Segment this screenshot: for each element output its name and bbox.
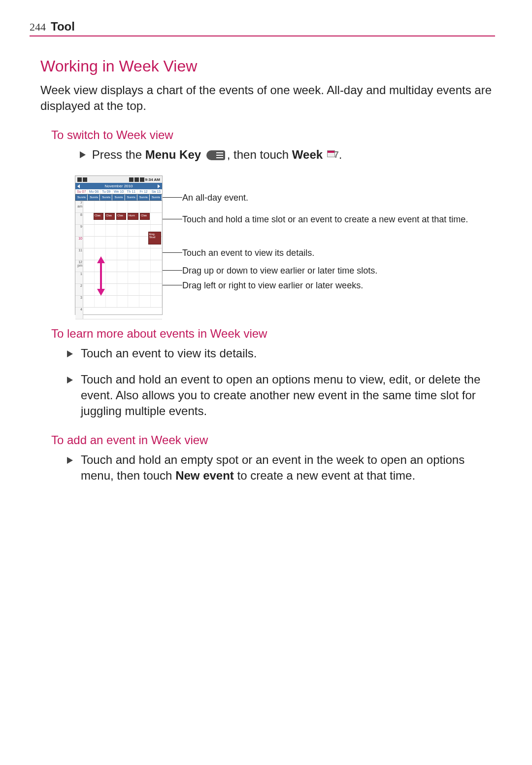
- text-press-the: Press the: [92, 148, 145, 161]
- day-col: Sa 13: [150, 189, 162, 194]
- list-item: Touch and hold an empty spot or an event…: [67, 452, 495, 484]
- status-right: 9:34 AM: [129, 177, 160, 182]
- week-label: Week: [292, 148, 323, 161]
- day-col: Tu 09: [100, 189, 113, 194]
- learn-more-list: Touch an event to view its details. Touc…: [67, 346, 495, 419]
- add-event-list: Touch and hold an empty spot or an event…: [67, 452, 495, 484]
- heading-switch-week: To switch to Week view: [51, 128, 495, 142]
- allday-event: Sunris: [88, 194, 100, 201]
- calendar-month-header: November 2010: [75, 183, 162, 189]
- calendar-event-large: Eng. Stud: [148, 232, 161, 244]
- calendar-event: Clas: [140, 213, 150, 220]
- allday-event: Sunris: [100, 194, 112, 201]
- new-event-label: New event: [175, 469, 234, 482]
- page-number: 244: [30, 21, 46, 34]
- figure-callouts: An all-day event. Touch and hold a time …: [163, 175, 495, 315]
- menu-key-icon: [206, 150, 225, 160]
- calendar-grid: 7am 8 9 10 11 12pm 1 2 3 4 Clas Clas Cla…: [75, 201, 162, 314]
- status-left-icons: [77, 177, 87, 182]
- list-item: Touch and hold an event to open an optio…: [67, 372, 495, 419]
- allday-event: Sunris: [112, 194, 125, 201]
- page-header: 244 Tool: [30, 20, 495, 36]
- drag-arrow-icon: [96, 256, 106, 296]
- triangle-bullet-icon: [80, 151, 86, 158]
- allday-event: Sunris: [150, 194, 162, 201]
- day-col: We 10: [113, 189, 125, 194]
- triangle-bullet-icon: [67, 377, 73, 383]
- text-period: .: [339, 148, 342, 161]
- triangle-bullet-icon: [67, 350, 73, 357]
- manual-page: 244 Tool Working in Week View Week view …: [0, 0, 532, 765]
- day-col: Mo 08: [88, 189, 100, 194]
- intro-paragraph: Week view displays a chart of the events…: [40, 82, 495, 114]
- menu-key-label: Menu Key: [145, 148, 201, 161]
- calendar-event: Clas: [116, 213, 126, 220]
- callout-touch-event: Touch an event to view its details.: [182, 247, 495, 259]
- header-section-title: Tool: [51, 20, 75, 34]
- phone-screenshot: 9:34 AM November 2010 Su 07 Mo 08 Tu 09 …: [75, 175, 163, 315]
- allday-event: Sunris: [125, 194, 137, 201]
- allday-row: Sunris Sunris Sunris Sunris Sunris Sunri…: [75, 194, 162, 201]
- callout-drag-vertical: Drag up or down to view earlier or later…: [182, 265, 495, 277]
- callout-allday: An all-day event.: [182, 192, 495, 204]
- week-view-figure: 9:34 AM November 2010 Su 07 Mo 08 Tu 09 …: [75, 175, 495, 315]
- calendar-event: Hom: [128, 213, 138, 220]
- instruction-switch: Press the Menu Key , then touch Week 7.: [80, 147, 495, 163]
- day-col: Su 07: [75, 189, 88, 194]
- callout-drag-horizontal: Drag left or right to view earlier or la…: [182, 280, 495, 291]
- allday-event: Sunris: [75, 194, 88, 201]
- day-col: Th 11: [125, 189, 137, 194]
- status-time: 9:34 AM: [145, 177, 160, 182]
- text-then-touch: , then touch: [227, 148, 292, 161]
- calendar-day-header: Su 07 Mo 08 Tu 09 We 10 Th 11 Fr 12 Sa 1…: [75, 189, 162, 194]
- heading-add-event: To add an event in Week view: [51, 433, 495, 447]
- heading-learn-more: To learn more about events in Week view: [51, 327, 495, 341]
- page-title: Working in Week View: [40, 57, 495, 75]
- status-bar: 9:34 AM: [75, 176, 162, 183]
- page-content: Working in Week View Week view displays …: [30, 57, 495, 484]
- calendar-event: Clas: [94, 213, 103, 220]
- callout-touch-hold: Touch and hold a time slot or an event t…: [182, 214, 495, 225]
- allday-event: Sunris: [137, 194, 150, 201]
- list-item: Touch an event to view its details.: [67, 346, 495, 361]
- week-icon: 7: [327, 150, 338, 160]
- triangle-bullet-icon: [67, 457, 73, 464]
- day-col: Fr 12: [137, 189, 150, 194]
- calendar-event: Clas: [105, 213, 115, 220]
